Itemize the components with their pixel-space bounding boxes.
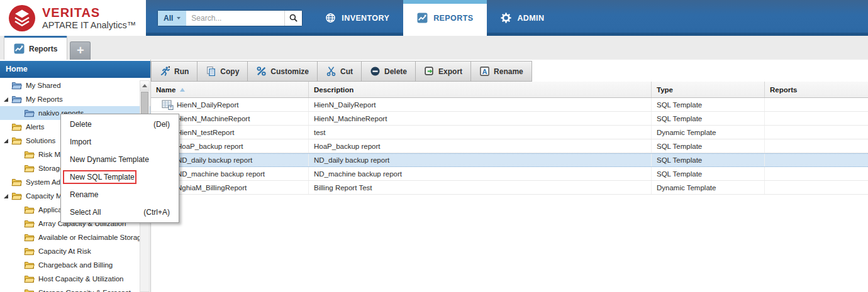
nav-admin[interactable]: ADMIN [487, 0, 558, 36]
cell-type: SQL Template [652, 167, 765, 180]
cut-icon [326, 66, 337, 77]
tree-item[interactable]: Available or Reclaimable Storage [0, 230, 150, 244]
delete-icon [370, 66, 381, 77]
folder-yellow-icon [24, 288, 35, 292]
table-row[interactable]: T HoaP_backup report HoaP_backup report … [151, 139, 868, 153]
expand-arrow-icon[interactable] [4, 139, 8, 143]
customize-button[interactable]: Customize [248, 62, 318, 81]
cell-description: test [309, 126, 652, 139]
cell-type: SQL Template [652, 139, 765, 153]
report-toolbar: Run Copy Customize Cut Delete Export A R… [151, 61, 532, 82]
column-header-reports[interactable]: Reports [765, 82, 868, 97]
nav-area: All INVENTORY REPORTS ADMIN [146, 0, 868, 36]
tab-bar: Reports + [0, 36, 868, 60]
search-button[interactable] [284, 11, 302, 26]
rename-button[interactable]: A Rename [471, 62, 531, 81]
delete-button[interactable]: Delete [362, 62, 416, 81]
globe-icon [325, 13, 336, 23]
context-menu: Delete (Del) Import New Dynamic Template… [60, 114, 179, 223]
folder-yellow-icon [11, 178, 22, 187]
cell-reports [765, 181, 868, 194]
run-icon [160, 66, 170, 77]
folder-yellow-icon [24, 233, 35, 242]
new-tab-button[interactable]: + [70, 41, 91, 60]
table-header: Name Description Type Reports [151, 82, 868, 98]
column-header-type[interactable]: Type [652, 82, 765, 97]
chart-icon [14, 43, 25, 54]
folder-yellow-icon [24, 150, 35, 159]
cell-reports [765, 139, 868, 153]
column-header-name[interactable]: Name [151, 82, 309, 97]
menu-item-new-sql-template[interactable]: New SQL Template [61, 168, 179, 186]
folder-yellow-icon [24, 247, 35, 256]
app-root: VERITAS APTARE IT Analytics™ All INVENTO… [0, 0, 868, 292]
expand-arrow-icon[interactable] [4, 194, 8, 198]
tree-item[interactable]: Host Capacity & Utilization [0, 272, 150, 286]
chevron-down-icon [177, 17, 181, 19]
svg-text:T: T [170, 105, 172, 109]
table-row[interactable]: T ND_machine backup report ND_machine ba… [151, 167, 868, 181]
scrollbar-up-button[interactable] [140, 81, 149, 91]
copy-icon [206, 66, 216, 77]
table-row[interactable]: T NghiaM_BillingReport Billing Report Te… [151, 181, 868, 195]
export-icon [424, 66, 435, 77]
brand-block: VERITAS APTARE IT Analytics™ [0, 0, 146, 36]
cell-reports [765, 112, 868, 125]
cell-reports [765, 126, 868, 139]
rename-icon: A [479, 66, 490, 77]
tab-reports[interactable]: Reports [4, 36, 67, 60]
menu-item-import[interactable]: Import [61, 133, 179, 151]
run-button[interactable]: Run [152, 62, 198, 81]
folder-yellow-icon [24, 219, 35, 228]
tree-item[interactable]: Capacity At Risk [0, 244, 150, 258]
folder-yellow-icon [11, 192, 22, 200]
table-row[interactable]: T ND_daily backup report ND_daily backup… [151, 153, 868, 167]
column-header-description[interactable]: Description [309, 82, 652, 97]
veritas-logo-icon [8, 4, 36, 32]
table-row[interactable]: T HienN_testReport test Dynamic Template [151, 126, 868, 139]
svg-text:A: A [482, 68, 487, 75]
sidebar-header: Home [0, 61, 150, 78]
cell-type: Dynamic Template [652, 181, 765, 194]
cell-type: Dynamic Template [652, 126, 765, 139]
tree-item[interactable]: Chargeback and Billing [0, 258, 150, 272]
search-scope-dropdown[interactable]: All [158, 11, 186, 26]
main-panel: Run Copy Customize Cut Delete Export A R… [151, 60, 868, 292]
cell-reports [765, 98, 868, 111]
cell-description: HoaP_backup report [309, 139, 652, 153]
menu-item-delete[interactable]: Delete (Del) [61, 116, 179, 133]
folder-yellow-icon [24, 164, 35, 173]
folder-yellow-icon [24, 274, 35, 283]
menu-item-new-dynamic-template[interactable]: New Dynamic Template [61, 151, 179, 168]
export-button[interactable]: Export [416, 62, 471, 81]
menu-item-select-all[interactable]: Select All (Ctrl+A) [61, 203, 179, 221]
search-bar: All [157, 10, 303, 26]
folder-yellow-icon [24, 205, 35, 214]
nav-inventory[interactable]: INVENTORY [311, 0, 403, 36]
folder-blue-icon [24, 109, 35, 117]
cell-type: SQL Template [652, 112, 765, 125]
tree-item[interactable]: Storage Capacity & Forecast [0, 286, 150, 292]
nav-reports[interactable]: REPORTS [403, 0, 487, 36]
cell-type: SQL Template [652, 154, 765, 166]
expand-arrow-icon[interactable] [4, 97, 8, 102]
tree-item[interactable]: My Shared [0, 78, 150, 92]
cell-reports [765, 167, 868, 180]
tree-item[interactable]: My Reports [0, 92, 150, 106]
table-row[interactable]: T HienN_MachineReport HienN_MachineRepor… [151, 112, 868, 126]
cell-description: HienN_DailyReport [309, 98, 652, 111]
customize-icon [256, 66, 267, 77]
search-input[interactable] [186, 11, 284, 26]
folder-yellow-icon [24, 261, 35, 269]
chart-icon [417, 13, 428, 23]
folder-blue-icon [11, 95, 22, 104]
table-body: T HienN_DailyReport HienN_DailyReport SQ… [151, 98, 868, 195]
arrow-up-icon [142, 84, 147, 87]
report-table: Name Description Type Reports T HienN_D [151, 82, 868, 292]
gear-icon [501, 13, 511, 23]
copy-button[interactable]: Copy [198, 62, 248, 81]
cut-button[interactable]: Cut [318, 62, 362, 81]
table-row[interactable]: T HienN_DailyReport HienN_DailyReport SQ… [151, 98, 868, 112]
sort-asc-icon [180, 88, 185, 92]
menu-item-rename[interactable]: Rename [61, 186, 179, 203]
